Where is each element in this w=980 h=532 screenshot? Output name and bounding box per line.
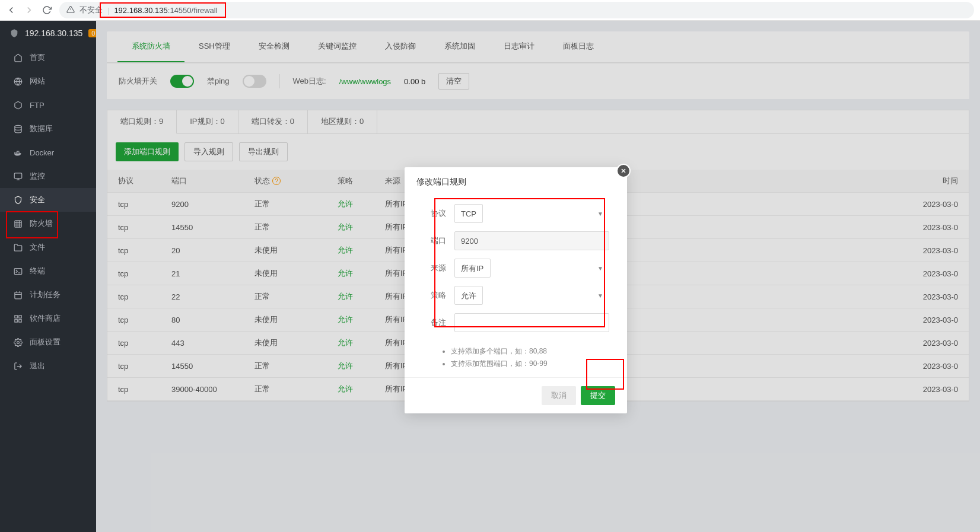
forward-button[interactable] [24, 5, 34, 15]
url-bar[interactable]: 不安全 | 192.168.30.135:14550/firewall [59, 2, 974, 18]
chevron-down-icon: ▼ [597, 292, 603, 299]
insecure-label: 不安全 [79, 5, 103, 15]
hint-item: 支持添加多个端口，如：80,88 [451, 346, 609, 356]
chevron-down-icon: ▼ [597, 211, 603, 217]
modal-hints: 支持添加多个端口，如：80,88支持添加范围端口，如：90-99 [405, 346, 627, 377]
label-protocol: 协议 [422, 208, 446, 219]
protocol-select[interactable]: TCP [454, 204, 483, 223]
remark-input[interactable] [454, 313, 609, 332]
label-port: 端口 [422, 235, 446, 246]
back-button[interactable] [6, 5, 17, 15]
submit-button[interactable]: 提交 [581, 386, 615, 405]
source-select[interactable]: 所有IP [454, 259, 491, 278]
modal-title: 修改端口规则 [405, 167, 627, 192]
label-source: 来源 [422, 263, 446, 273]
edit-port-rule-modal: 修改端口规则 协议 TCP ▼ 端口 来源 所有IP ▼ 策略 [405, 167, 627, 413]
hint-item: 支持添加范围端口，如：90-99 [451, 359, 609, 369]
cancel-button[interactable]: 取消 [542, 386, 576, 405]
url-text: 192.168.30.135:14550/firewall [114, 6, 217, 15]
browser-toolbar: 不安全 | 192.168.30.135:14550/firewall [0, 0, 980, 21]
close-icon[interactable] [616, 164, 631, 178]
reload-button[interactable] [42, 5, 52, 15]
policy-select[interactable]: 允许 [454, 286, 483, 305]
label-remark: 备注 [422, 317, 446, 328]
port-input[interactable] [454, 231, 609, 250]
label-policy: 策略 [422, 290, 446, 301]
insecure-icon [66, 5, 75, 15]
chevron-down-icon: ▼ [597, 265, 603, 272]
